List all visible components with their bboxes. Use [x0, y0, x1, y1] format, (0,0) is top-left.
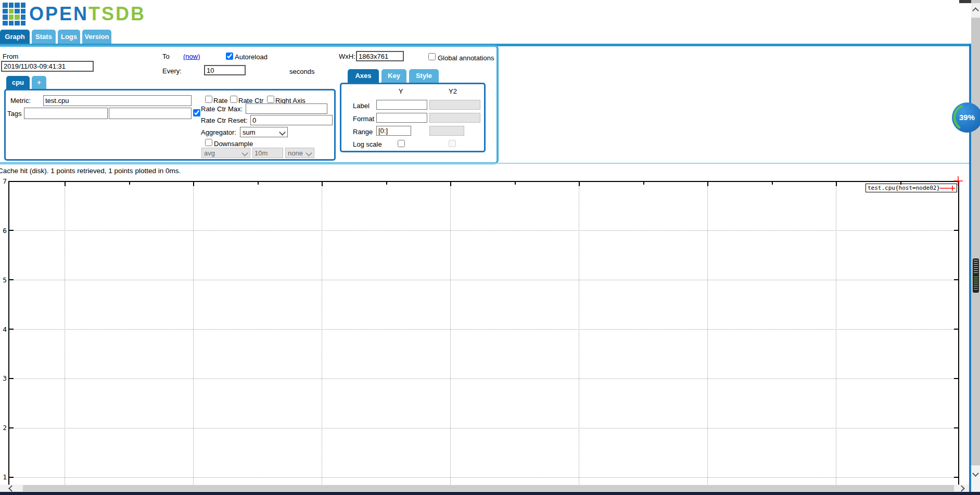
logo-text: OPENTSDB [29, 3, 146, 25]
metric-tab-cpu[interactable]: cpu [6, 76, 30, 89]
downsample-fill-select: none [285, 148, 314, 158]
horizontal-scrollbar-thumb[interactable] [23, 485, 954, 491]
rate-ctr-max-input[interactable] [246, 103, 327, 114]
aggregator-select[interactable]: sum [240, 127, 288, 137]
axis-tick [900, 182, 901, 185]
tag-value-input[interactable] [109, 108, 192, 119]
logo-square [3, 3, 8, 8]
header-separator [0, 163, 969, 164]
logo-text-tsdb: TSDB [88, 3, 146, 24]
y-log-checkbox[interactable] [398, 140, 405, 147]
logo-square [15, 15, 20, 20]
downsample-interval-input [252, 148, 283, 158]
logo-square [21, 3, 26, 8]
axis-tick [954, 279, 958, 280]
y2-range-input [429, 126, 464, 136]
opentsdb-page: OPENTSDB Graph Stats Logs Version From T… [0, 0, 980, 495]
volume-levels-top [974, 260, 978, 275]
axis-tick [836, 182, 837, 186]
axes-tab-style[interactable]: Style [409, 69, 439, 83]
axis-tick [954, 230, 958, 231]
scroll-up-button[interactable] [971, 3, 980, 18]
chevron-right-icon [958, 485, 965, 492]
horizontal-scrollbar[interactable] [0, 485, 969, 492]
logo-square [21, 9, 26, 14]
downsample-agg-value: avg [204, 149, 215, 157]
logo-square [15, 3, 20, 8]
tags-label: Tags [7, 110, 21, 118]
tags-checkbox[interactable] [193, 109, 200, 116]
scroll-down-button[interactable] [971, 465, 980, 481]
axis-tick [9, 230, 14, 231]
rate-ctr-checkbox[interactable] [230, 96, 237, 103]
logo-text-open: OPEN [29, 3, 88, 24]
gridline [9, 280, 958, 280]
downsample-checkbox[interactable] [205, 139, 212, 146]
y-label-input[interactable] [376, 100, 427, 110]
metric-tab-add[interactable]: + [32, 76, 46, 89]
axis-tick [954, 477, 958, 478]
axes-tab-key[interactable]: Key [381, 69, 406, 83]
status-text: Cache hit (disk). 1 points retrieved, 1 … [0, 167, 181, 175]
y-format-input[interactable] [376, 113, 427, 123]
chevron-up-icon [972, 7, 979, 14]
y2-log-checkbox [449, 140, 456, 147]
logo-square [9, 21, 14, 26]
to-label: To [162, 53, 170, 60]
gridline [9, 379, 958, 379]
axis-tick [515, 182, 516, 185]
axis-tick [193, 182, 194, 186]
axis-tick [954, 329, 958, 330]
now-link[interactable]: (now) [183, 53, 200, 60]
progress-badge[interactable]: 39% [951, 102, 980, 133]
scroll-left-button[interactable] [0, 485, 23, 492]
chevron-down-icon [972, 470, 979, 477]
y2-label-input [429, 100, 480, 110]
y-tick-label: 2 [0, 424, 7, 432]
logo-square [15, 9, 20, 14]
axis-tick [772, 182, 773, 185]
every-label: Every: [162, 67, 182, 75]
right-axis-checkbox[interactable] [267, 96, 274, 103]
axes-tab-axes[interactable]: Axes [348, 69, 379, 83]
tab-logs[interactable]: Logs [58, 30, 80, 44]
axis-tick [450, 182, 451, 186]
scroll-right-button[interactable] [954, 485, 969, 492]
axis-tick [9, 477, 14, 478]
plot-area[interactable]: test.cpu{host=node02} [8, 181, 959, 486]
axis-tick [954, 427, 958, 428]
rate-ctr-reset-label: Rate Ctr Reset: [201, 116, 248, 124]
logo-square [15, 21, 20, 26]
axis-tick [65, 182, 66, 186]
tab-stats[interactable]: Stats [32, 30, 56, 44]
axis-tick [9, 279, 14, 280]
tab-graph[interactable]: Graph [0, 30, 30, 44]
vertical-scrollbar[interactable] [971, 0, 980, 492]
downsample-fill-value: none [288, 149, 303, 157]
tag-name-input[interactable] [24, 108, 108, 119]
from-label: From [3, 53, 18, 60]
wxh-input[interactable] [356, 51, 404, 61]
gridline [322, 182, 322, 486]
global-annotations-checkbox[interactable] [428, 53, 436, 60]
bottom-bar [0, 492, 980, 495]
axis-tick [322, 182, 323, 186]
tab-version[interactable]: Version [82, 30, 111, 44]
gridline [9, 428, 958, 428]
axis-tick [9, 427, 14, 428]
gridline [193, 182, 194, 486]
axes-format-row-label: Format [353, 115, 374, 123]
rate-checkbox[interactable] [205, 96, 212, 103]
every-input[interactable] [204, 65, 246, 75]
volume-widget [973, 258, 979, 293]
rate-label: Rate [213, 97, 227, 105]
metric-input[interactable] [43, 95, 192, 106]
logo-square [3, 15, 8, 20]
y-range-input[interactable] [376, 126, 411, 136]
axis-tick [258, 182, 259, 185]
rate-ctr-reset-input[interactable] [250, 115, 333, 125]
wxh-label: WxH: [339, 53, 355, 60]
from-input[interactable] [1, 61, 94, 72]
autoreload-checkbox[interactable] [226, 53, 233, 60]
metric-label: Metric: [10, 97, 31, 105]
